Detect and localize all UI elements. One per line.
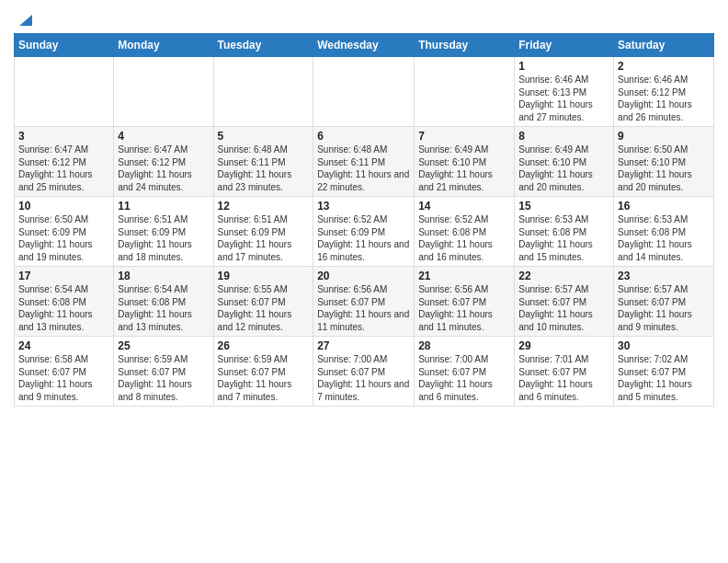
calendar-header-row: SundayMondayTuesdayWednesdayThursdayFrid…: [15, 34, 714, 57]
calendar-cell: 8Sunrise: 6:49 AM Sunset: 6:10 PM Daylig…: [515, 127, 614, 197]
calendar-week-row: 17Sunrise: 6:54 AM Sunset: 6:08 PM Dayli…: [15, 267, 714, 337]
day-number: 7: [418, 130, 510, 143]
day-number: 9: [618, 130, 710, 143]
calendar-cell: 27Sunrise: 7:00 AM Sunset: 6:07 PM Dayli…: [313, 337, 415, 407]
calendar-cell: 24Sunrise: 6:58 AM Sunset: 6:07 PM Dayli…: [15, 337, 114, 407]
day-info: Sunrise: 7:00 AM Sunset: 6:07 PM Dayligh…: [418, 353, 510, 403]
day-number: 11: [118, 200, 209, 213]
calendar-cell: 16Sunrise: 6:53 AM Sunset: 6:08 PM Dayli…: [614, 197, 714, 267]
weekday-header-wednesday: Wednesday: [313, 34, 415, 57]
calendar-cell: 22Sunrise: 6:57 AM Sunset: 6:07 PM Dayli…: [515, 267, 614, 337]
day-number: 25: [118, 339, 209, 352]
calendar-week-row: 10Sunrise: 6:50 AM Sunset: 6:09 PM Dayli…: [15, 197, 714, 267]
day-number: 5: [218, 130, 310, 143]
day-info: Sunrise: 6:49 AM Sunset: 6:10 PM Dayligh…: [418, 144, 510, 193]
day-info: Sunrise: 6:53 AM Sunset: 6:08 PM Dayligh…: [618, 213, 710, 263]
day-info: Sunrise: 6:54 AM Sunset: 6:08 PM Dayligh…: [118, 283, 209, 333]
day-number: 6: [317, 130, 410, 143]
weekday-header-sunday: Sunday: [15, 34, 114, 57]
calendar-cell: 5Sunrise: 6:48 AM Sunset: 6:11 PM Daylig…: [213, 127, 313, 197]
day-info: Sunrise: 6:48 AM Sunset: 6:11 PM Dayligh…: [218, 144, 310, 193]
day-info: Sunrise: 6:55 AM Sunset: 6:07 PM Dayligh…: [218, 283, 310, 333]
day-number: 29: [518, 339, 609, 352]
day-number: 4: [118, 130, 209, 143]
page-header: [14, 9, 714, 28]
calendar-cell: 26Sunrise: 6:59 AM Sunset: 6:07 PM Dayli…: [213, 337, 313, 407]
day-number: 19: [218, 270, 310, 282]
day-info: Sunrise: 6:47 AM Sunset: 6:12 PM Dayligh…: [118, 144, 209, 193]
calendar-cell: 19Sunrise: 6:55 AM Sunset: 6:07 PM Dayli…: [213, 267, 313, 337]
day-number: 27: [317, 339, 410, 352]
day-number: 20: [317, 270, 410, 282]
calendar-cell: 14Sunrise: 6:52 AM Sunset: 6:08 PM Dayli…: [415, 197, 515, 267]
day-info: Sunrise: 6:49 AM Sunset: 6:10 PM Dayligh…: [518, 144, 609, 193]
calendar-cell: [415, 57, 515, 127]
weekday-header-tuesday: Tuesday: [213, 34, 313, 57]
calendar-cell: 15Sunrise: 6:53 AM Sunset: 6:08 PM Dayli…: [515, 197, 614, 267]
calendar-cell: [114, 57, 213, 127]
calendar-cell: 13Sunrise: 6:52 AM Sunset: 6:09 PM Dayli…: [313, 197, 415, 267]
day-number: 12: [218, 200, 310, 213]
calendar-cell: 23Sunrise: 6:57 AM Sunset: 6:07 PM Dayli…: [614, 267, 714, 337]
calendar-cell: 9Sunrise: 6:50 AM Sunset: 6:10 PM Daylig…: [614, 127, 714, 197]
day-info: Sunrise: 6:59 AM Sunset: 6:07 PM Dayligh…: [218, 353, 310, 403]
day-info: Sunrise: 6:53 AM Sunset: 6:08 PM Dayligh…: [518, 213, 609, 263]
day-info: Sunrise: 6:46 AM Sunset: 6:12 PM Dayligh…: [618, 74, 710, 123]
day-info: Sunrise: 6:50 AM Sunset: 6:09 PM Dayligh…: [18, 213, 109, 263]
calendar-cell: 11Sunrise: 6:51 AM Sunset: 6:09 PM Dayli…: [114, 197, 213, 267]
day-number: 16: [618, 200, 710, 213]
day-info: Sunrise: 6:52 AM Sunset: 6:09 PM Dayligh…: [317, 213, 410, 263]
calendar-cell: 3Sunrise: 6:47 AM Sunset: 6:12 PM Daylig…: [15, 127, 114, 197]
day-number: 3: [18, 130, 109, 143]
calendar-cell: 30Sunrise: 7:02 AM Sunset: 6:07 PM Dayli…: [614, 337, 714, 407]
day-info: Sunrise: 7:00 AM Sunset: 6:07 PM Dayligh…: [317, 353, 410, 403]
calendar-cell: 1Sunrise: 6:46 AM Sunset: 6:13 PM Daylig…: [515, 57, 614, 127]
day-info: Sunrise: 7:02 AM Sunset: 6:07 PM Dayligh…: [618, 353, 710, 403]
svg-marker-0: [19, 15, 32, 26]
calendar-cell: 18Sunrise: 6:54 AM Sunset: 6:08 PM Dayli…: [114, 267, 213, 337]
calendar-cell: 7Sunrise: 6:49 AM Sunset: 6:10 PM Daylig…: [415, 127, 515, 197]
day-info: Sunrise: 6:50 AM Sunset: 6:10 PM Dayligh…: [618, 144, 710, 193]
day-info: Sunrise: 6:46 AM Sunset: 6:13 PM Dayligh…: [518, 74, 609, 123]
day-info: Sunrise: 6:59 AM Sunset: 6:07 PM Dayligh…: [118, 353, 209, 403]
calendar-table: SundayMondayTuesdayWednesdayThursdayFrid…: [14, 33, 714, 407]
calendar-week-row: 24Sunrise: 6:58 AM Sunset: 6:07 PM Dayli…: [15, 337, 714, 407]
day-info: Sunrise: 6:47 AM Sunset: 6:12 PM Dayligh…: [18, 144, 109, 193]
calendar-cell: 29Sunrise: 7:01 AM Sunset: 6:07 PM Dayli…: [515, 337, 614, 407]
day-number: 24: [18, 339, 109, 352]
calendar-cell: 20Sunrise: 6:56 AM Sunset: 6:07 PM Dayli…: [313, 267, 415, 337]
day-number: 28: [418, 339, 510, 352]
day-info: Sunrise: 6:56 AM Sunset: 6:07 PM Dayligh…: [418, 283, 510, 333]
day-number: 8: [518, 130, 609, 143]
logo: [14, 9, 32, 28]
calendar-week-row: 3Sunrise: 6:47 AM Sunset: 6:12 PM Daylig…: [15, 127, 714, 197]
day-number: 18: [118, 270, 209, 282]
day-info: Sunrise: 6:51 AM Sunset: 6:09 PM Dayligh…: [118, 213, 209, 263]
calendar-cell: 10Sunrise: 6:50 AM Sunset: 6:09 PM Dayli…: [15, 197, 114, 267]
day-number: 13: [317, 200, 410, 213]
day-info: Sunrise: 6:52 AM Sunset: 6:08 PM Dayligh…: [418, 213, 510, 263]
weekday-header-saturday: Saturday: [614, 34, 714, 57]
day-info: Sunrise: 6:57 AM Sunset: 6:07 PM Dayligh…: [518, 283, 609, 333]
day-info: Sunrise: 6:58 AM Sunset: 6:07 PM Dayligh…: [18, 353, 109, 403]
day-number: 15: [518, 200, 609, 213]
calendar-cell: 2Sunrise: 6:46 AM Sunset: 6:12 PM Daylig…: [614, 57, 714, 127]
day-number: 10: [18, 200, 109, 213]
weekday-header-friday: Friday: [515, 34, 614, 57]
calendar-cell: [213, 57, 313, 127]
day-info: Sunrise: 7:01 AM Sunset: 6:07 PM Dayligh…: [518, 353, 609, 403]
day-number: 21: [418, 270, 510, 282]
calendar-cell: 28Sunrise: 7:00 AM Sunset: 6:07 PM Dayli…: [415, 337, 515, 407]
day-number: 17: [18, 270, 109, 282]
day-info: Sunrise: 6:56 AM Sunset: 6:07 PM Dayligh…: [317, 283, 410, 333]
day-number: 22: [518, 270, 609, 282]
day-number: 1: [518, 60, 609, 73]
calendar-cell: 6Sunrise: 6:48 AM Sunset: 6:11 PM Daylig…: [313, 127, 415, 197]
weekday-header-monday: Monday: [114, 34, 213, 57]
calendar-cell: [313, 57, 415, 127]
calendar-cell: [15, 57, 114, 127]
day-info: Sunrise: 6:48 AM Sunset: 6:11 PM Dayligh…: [317, 144, 410, 193]
weekday-header-thursday: Thursday: [415, 34, 515, 57]
calendar-cell: 12Sunrise: 6:51 AM Sunset: 6:09 PM Dayli…: [213, 197, 313, 267]
calendar-cell: 17Sunrise: 6:54 AM Sunset: 6:08 PM Dayli…: [15, 267, 114, 337]
